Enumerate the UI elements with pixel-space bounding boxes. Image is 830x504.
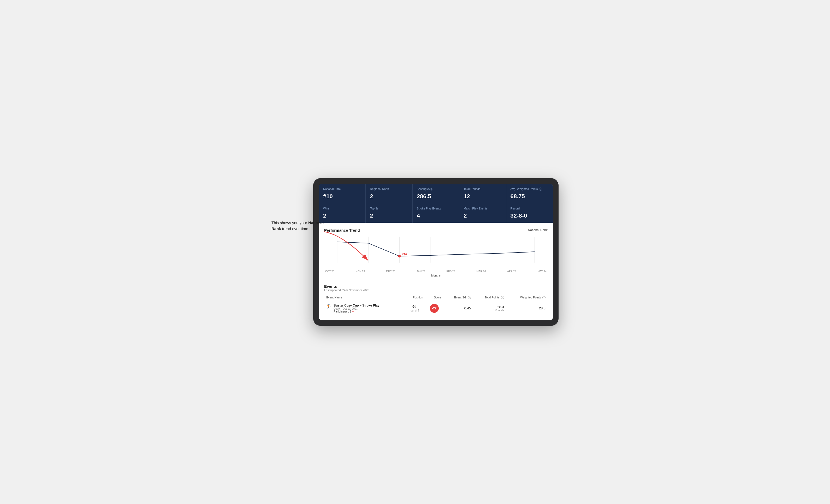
table-row: 🏌️ Buster Cozy Cup – Stroke Play Oct 9 –…	[324, 301, 548, 316]
event-weighted-points-cell: 28.3	[506, 301, 548, 316]
stat-national-rank-label: National Rank	[323, 187, 361, 191]
stat-regional-rank-label: Regional Rank	[370, 187, 408, 191]
stat-record-value: 32-8-0	[511, 212, 549, 219]
total-points-sub: 3 Rounds	[475, 309, 504, 312]
scene: This shows you your National Rank trend …	[272, 178, 558, 326]
month-feb24: FEB 24	[447, 270, 455, 273]
position-out-of: out of 7	[411, 309, 419, 312]
event-name-inner: 🏌️ Buster Cozy Cup – Stroke Play Oct 9 –…	[326, 304, 403, 313]
event-date: Oct 9 – Oct 10, 2023	[333, 307, 379, 310]
stat-total-rounds-value: 12	[464, 193, 502, 200]
col-weighted-points: Weighted Points i	[506, 294, 548, 301]
svg-text:#10: #10	[402, 253, 407, 256]
total-points-info-icon: i	[501, 296, 504, 299]
avg-weighted-info-icon: i	[539, 188, 542, 191]
col-position: Position	[405, 294, 425, 301]
event-rank-impact: Rank Impact: 3 ▼	[333, 310, 379, 313]
month-mar24: MAR 24	[477, 270, 486, 273]
month-jan24: JAN 24	[417, 270, 425, 273]
score-badge: -22	[430, 304, 439, 313]
stats-row1: National Rank #10 Regional Rank 2 Scorin…	[319, 184, 553, 203]
rank-impact-direction: ▼	[352, 310, 354, 313]
event-name-cell: 🏌️ Buster Cozy Cup – Stroke Play Oct 9 –…	[324, 301, 405, 316]
stats-row2: Wins 2 Top 3s 2 Stroke Play Events 4 Mat…	[319, 203, 553, 223]
stat-wins-label: Wins	[323, 207, 361, 210]
position-value: 6th out of 7	[407, 304, 423, 312]
stat-total-rounds: Total Rounds 12	[459, 184, 506, 203]
weighted-points-info-icon: i	[542, 296, 545, 299]
stat-top3s-value: 2	[370, 212, 408, 219]
event-total-points-cell: 28.3 3 Rounds	[473, 301, 506, 316]
stat-regional-rank: Regional Rank 2	[366, 184, 412, 203]
stat-avg-weighted-label: Avg. Weighted Points i	[511, 187, 549, 191]
month-may24: MAY 24	[537, 270, 547, 273]
events-header: Events Last updated: 24th November 2023	[324, 284, 548, 292]
col-event-name: Event Name	[324, 294, 405, 301]
stat-top3s: Top 3s 2	[366, 203, 412, 223]
stat-record-label: Record	[511, 207, 549, 210]
event-position-cell: 6th out of 7	[405, 301, 425, 316]
event-name-text: Buster Cozy Cup – Stroke Play	[333, 304, 379, 307]
chart-legend: National Rank	[528, 228, 548, 232]
stat-record: Record 32-8-0	[506, 203, 553, 223]
stat-national-rank-value: #10	[323, 193, 361, 200]
annotation: This shows you your National Rank trend …	[272, 220, 329, 232]
chart-datapoint	[398, 255, 401, 258]
stat-match-play-value: 2	[464, 212, 502, 219]
stat-avg-weighted-points: Avg. Weighted Points i 68.75	[506, 184, 553, 203]
stat-avg-weighted-value: 68.75	[511, 193, 549, 200]
stat-scoring-avg-label: Scoring Avg.	[417, 187, 455, 191]
stat-wins-value: 2	[323, 212, 361, 219]
stat-top3s-label: Top 3s	[370, 207, 408, 210]
events-section: Events Last updated: 24th November 2023 …	[319, 280, 553, 320]
event-score-cell: -22	[425, 301, 443, 316]
stat-scoring-avg-value: 286.5	[417, 193, 455, 200]
col-event-sg: Event SG i	[443, 294, 473, 301]
stat-total-rounds-label: Total Rounds	[464, 187, 502, 191]
event-sg-cell: 0.45	[443, 301, 473, 316]
event-info: Buster Cozy Cup – Stroke Play Oct 9 – Oc…	[333, 304, 379, 313]
event-sg-info-icon: i	[468, 296, 471, 299]
events-last-updated: Last updated: 24th November 2023	[324, 289, 548, 292]
events-table-header-row: Event Name Position Score Event SG i Tot…	[324, 294, 548, 301]
event-golf-icon: 🏌️	[326, 304, 331, 309]
stat-regional-rank-value: 2	[370, 193, 408, 200]
stat-national-rank: National Rank #10	[319, 184, 365, 203]
annotation-text: This shows you your National Rank trend …	[272, 221, 324, 231]
annotation-arrow	[321, 229, 394, 276]
events-table: Event Name Position Score Event SG i Tot…	[324, 294, 548, 316]
stat-stroke-play-label: Stroke Play Events	[417, 207, 455, 210]
stat-stroke-play: Stroke Play Events 4	[413, 203, 459, 223]
stat-match-play-label: Match Play Events	[464, 207, 502, 210]
stat-stroke-play-value: 4	[417, 212, 455, 219]
events-title: Events	[324, 284, 548, 289]
stat-match-play: Match Play Events 2	[459, 203, 506, 223]
col-score: Score	[425, 294, 443, 301]
month-apr24: APR 24	[507, 270, 516, 273]
col-total-points: Total Points i	[473, 294, 506, 301]
stat-scoring-avg: Scoring Avg. 286.5	[413, 184, 459, 203]
